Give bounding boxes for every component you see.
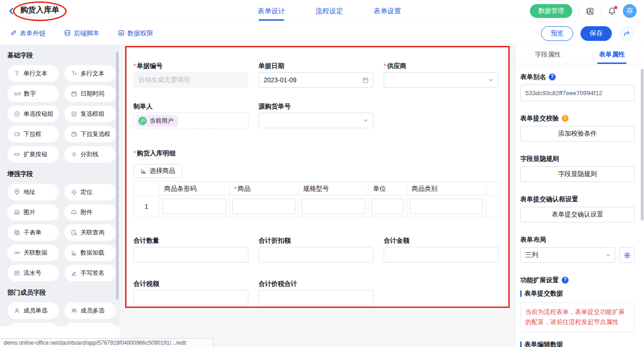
contacts-icon[interactable] bbox=[586, 7, 594, 16]
add-validation-button[interactable]: 添加校验条件 bbox=[520, 126, 635, 142]
sidebar-field-item[interactable]: 附件 bbox=[64, 204, 116, 221]
sidebar-field-item[interactable]: 流水号 bbox=[7, 265, 59, 281]
status-url-text: demo.online-office.net/dashboard/app/576… bbox=[4, 340, 186, 346]
field-visibility-button[interactable]: 字段显隐规则 bbox=[520, 166, 635, 182]
sidebar-field-item[interactable]: 日期时间 bbox=[64, 85, 116, 102]
field-creator[interactable]: 制单人 户 当前用户 bbox=[133, 102, 248, 129]
divider-icon bbox=[71, 151, 77, 158]
panel-tab-1[interactable]: 字段属性 bbox=[516, 45, 580, 64]
attachment-cloud-icon bbox=[71, 209, 77, 216]
table-cell bbox=[486, 196, 499, 217]
data-manage-button[interactable]: 数据管理 bbox=[530, 4, 572, 18]
total-field[interactable]: 合计金额 bbox=[384, 236, 499, 262]
total-field[interactable]: 合计价税合计 bbox=[259, 279, 374, 306]
data-permission[interactable]: 数据权限 bbox=[118, 29, 153, 38]
address-pin-icon bbox=[14, 189, 20, 195]
select-product-button[interactable]: 选择商品 bbox=[133, 164, 182, 178]
cell-input[interactable] bbox=[162, 199, 226, 214]
sidebar-field-label: 成员单选 bbox=[23, 307, 47, 315]
sidebar-field-item[interactable]: 扩展按钮 bbox=[7, 146, 59, 163]
sidebar-field-item[interactable]: 123数字 bbox=[7, 85, 59, 102]
header-tab-3[interactable]: 表单设置 bbox=[374, 0, 401, 22]
panel-tab-2[interactable]: 表单属性 bbox=[580, 45, 644, 64]
sidebar-field-item[interactable]: 分割线 bbox=[64, 146, 116, 163]
sidebar-field-label: 数据加载 bbox=[80, 249, 104, 257]
body: 基础字段单行文本多行文本123数字日期时间单选按钮组复选框组下拉框下拉复选框扩展… bbox=[0, 45, 644, 347]
preview-button[interactable]: 预览 bbox=[541, 26, 573, 41]
sidebar-field-item[interactable]: 地址 bbox=[7, 184, 59, 200]
page-title[interactable]: 购货入库单 bbox=[20, 5, 59, 17]
cell-input[interactable] bbox=[301, 199, 365, 214]
cell-input[interactable] bbox=[371, 199, 404, 214]
sidebar-field-item[interactable]: 图片 bbox=[7, 204, 59, 221]
total-field[interactable]: 合计数量 bbox=[133, 236, 248, 262]
form-alias-input[interactable]: 533dc93c82ff7eee70994f12 bbox=[520, 85, 635, 101]
supplier-select[interactable] bbox=[384, 72, 499, 88]
back-icon[interactable] bbox=[7, 7, 16, 15]
sidebar-field-item[interactable]: 复选框组 bbox=[64, 106, 116, 122]
field-supplier[interactable]: 供应商 bbox=[384, 61, 499, 88]
field-doc-date[interactable]: 单据日期 2023-01-09 bbox=[259, 61, 374, 88]
form-external-link[interactable]: 表单外链 bbox=[10, 29, 46, 38]
sidebar-field-item[interactable]: 成员单选 bbox=[7, 302, 59, 319]
signature-pen-icon bbox=[71, 270, 77, 276]
sidebar-field-item[interactable]: 单行文本 bbox=[7, 65, 59, 82]
total-input[interactable] bbox=[259, 290, 374, 306]
field-source-order[interactable]: 源购货单号 bbox=[259, 102, 374, 129]
sidebar-field-item[interactable]: 单选按钮组 bbox=[7, 106, 59, 122]
total-input[interactable] bbox=[133, 247, 248, 262]
field-doc-no[interactable]: 单据编号 自动生成无需填写 bbox=[133, 61, 248, 88]
form-layout-select[interactable]: 三列 bbox=[520, 247, 615, 263]
serial-number-icon bbox=[14, 270, 20, 276]
table-column-header: 规格型号 bbox=[299, 182, 368, 196]
submit-confirm-button[interactable]: 表单提交确认设置 bbox=[520, 207, 635, 222]
properties-panel: 字段属性表单属性 表单别名 ? 533dc93c82ff7eee70994f12… bbox=[515, 45, 644, 347]
sidebar-field-item[interactable]: 数据加载 bbox=[64, 245, 116, 261]
header-right-cluster: 数据管理 存 bbox=[530, 0, 637, 22]
creator-box[interactable]: 户 当前用户 bbox=[133, 113, 248, 129]
warning-icon[interactable]: ! bbox=[562, 115, 569, 122]
table-cell bbox=[160, 196, 230, 217]
gear-icon[interactable] bbox=[619, 247, 635, 263]
doc-date-input[interactable]: 2023-01-09 bbox=[259, 72, 374, 88]
sidebar-field-item[interactable]: 关联查询 bbox=[64, 224, 116, 241]
sidebar-field-item[interactable]: 下拉复选框 bbox=[64, 126, 116, 142]
calendar-icon bbox=[71, 91, 77, 97]
total-field[interactable]: 合计折扣额 bbox=[259, 236, 374, 262]
question-icon[interactable]: ? bbox=[562, 277, 569, 284]
sidebar-field-item[interactable]: 定位 bbox=[64, 184, 116, 200]
sidebar-field-item[interactable]: 子表单 bbox=[7, 224, 59, 241]
question-icon[interactable]: ? bbox=[549, 74, 556, 80]
sidebar-field-label: 单选按钮组 bbox=[23, 110, 53, 118]
sidebar-section-title: 增强字段 bbox=[7, 170, 120, 178]
table-column-header: 单位 bbox=[368, 182, 407, 196]
sidebar-field-item[interactable]: 手写签名 bbox=[64, 265, 116, 281]
source-order-select[interactable] bbox=[259, 113, 374, 128]
sidebar-field-item[interactable]: 关联数据 bbox=[7, 245, 59, 261]
header-tab-2[interactable]: 流程设定 bbox=[316, 0, 343, 22]
radio-icon bbox=[14, 111, 20, 117]
total-input[interactable] bbox=[259, 247, 374, 262]
save-button[interactable]: 保存 bbox=[581, 26, 612, 41]
cell-input[interactable] bbox=[410, 199, 483, 214]
extension-settings-label: 功能扩展设置 ? bbox=[520, 275, 635, 285]
multi-text-icon bbox=[71, 70, 77, 77]
multi-select-icon bbox=[71, 131, 77, 137]
relate-query-icon bbox=[71, 229, 77, 236]
backend-script[interactable]: 后端脚本 bbox=[64, 29, 99, 38]
total-field[interactable]: 合计税额 bbox=[133, 279, 248, 306]
cell-input[interactable] bbox=[232, 199, 295, 214]
sidebar-field-item[interactable]: 多行文本 bbox=[64, 65, 116, 82]
sidebar-field-item[interactable]: 下拉框 bbox=[7, 126, 59, 142]
header-tab-1[interactable]: 表单设计 bbox=[258, 0, 285, 22]
submit-validation-label: 表单提交校验 ! bbox=[520, 113, 635, 123]
sidebar-section-title: 基础字段 bbox=[7, 51, 120, 60]
panel-scrollbar[interactable] bbox=[641, 69, 644, 221]
avatar[interactable]: 存 bbox=[623, 4, 637, 18]
bell-icon[interactable] bbox=[608, 7, 616, 16]
total-input[interactable] bbox=[384, 247, 499, 262]
sidebar-scrollbar[interactable] bbox=[116, 51, 119, 300]
sidebar-field-item[interactable]: 成员多选 bbox=[64, 302, 116, 319]
total-input[interactable] bbox=[133, 290, 248, 306]
share-arrow-icon[interactable] bbox=[619, 26, 634, 41]
